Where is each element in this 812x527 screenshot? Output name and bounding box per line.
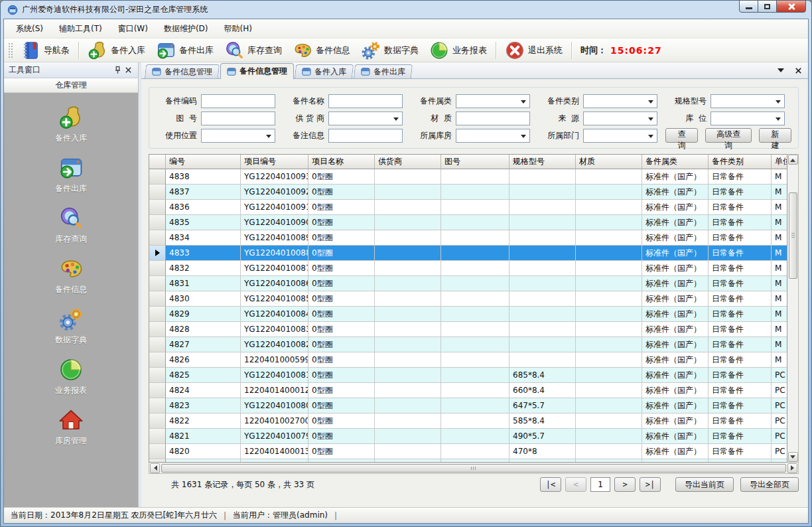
table-row[interactable]: 482012204014000130型圈470*8标准件（国产）日常备件PC <box>149 444 787 459</box>
drawing-no-input[interactable] <box>201 112 275 125</box>
table-row[interactable]: 4833YG122040100880型圈标准件（国产）日常备件M <box>149 246 787 261</box>
table-row[interactable]: 4838YG122040100930型圈标准件（国产）日常备件M <box>149 169 787 185</box>
sidebar-item-parts-out[interactable]: 备件出库 <box>4 150 138 200</box>
column-header[interactable]: 编号 <box>166 155 241 169</box>
table-row[interactable]: 4827YG122040100820型圈标准件（国产）日常备件M <box>149 337 787 352</box>
table-row[interactable]: 4830YG122040100850型圈标准件（国产）日常备件M <box>149 291 787 307</box>
location-select[interactable] <box>710 112 785 125</box>
row-selector[interactable] <box>149 185 166 200</box>
table-row[interactable]: 4837YG122040100920型圈标准件（国产）日常备件M <box>149 185 787 200</box>
toolbar-parts-out-button[interactable]: 备件出库 <box>151 40 219 61</box>
tool-window-close-icon[interactable] <box>123 65 133 76</box>
row-selector[interactable] <box>149 261 166 276</box>
table-row[interactable]: 4821YG122040100790型圈490*5.7标准件（国产）日常备件PC <box>149 429 787 444</box>
toolbar-parts-info-button[interactable]: 备件信息 <box>287 40 356 61</box>
column-header[interactable]: 规格型号 <box>509 155 576 169</box>
toolbar-navbar-button[interactable]: 导航条 <box>15 40 75 61</box>
tab-parts-info-mgmt-1[interactable]: 备件信息管理 <box>220 63 294 79</box>
maximize-button[interactable] <box>758 0 777 13</box>
toolbar-biz-report-button[interactable]: 业务报表 <box>424 40 492 61</box>
table-row[interactable]: 4835YG122040100900型圈标准件（国产）日常备件M <box>149 215 787 230</box>
column-header[interactable]: 材质 <box>576 155 642 169</box>
toolbar-exit-button[interactable]: 退出系统 <box>500 40 568 61</box>
column-header[interactable]: 供货商 <box>375 155 441 169</box>
use-position-select[interactable] <box>201 129 275 143</box>
column-header[interactable]: 项目编号 <box>241 155 308 169</box>
scroll-up-icon[interactable] <box>788 155 798 165</box>
tab-close-icon[interactable] <box>793 66 803 75</box>
row-selector[interactable] <box>149 368 166 383</box>
table-row[interactable]: 4831YG122040100860型圈标准件（国产）日常备件M <box>149 276 787 291</box>
menu-help[interactable]: 帮助(H) <box>216 20 260 38</box>
row-selector[interactable] <box>149 200 166 215</box>
toolbar-grip[interactable] <box>8 42 13 58</box>
department-select[interactable] <box>583 129 657 143</box>
page-number-input[interactable] <box>590 477 610 492</box>
table-row[interactable]: 4825YG122040100810型圈685*8.4标准件（国产）日常备件PC <box>149 368 787 383</box>
row-selector[interactable] <box>149 444 166 459</box>
first-page-button[interactable]: |< <box>540 477 561 492</box>
column-header[interactable]: 备件属类 <box>642 155 709 169</box>
column-header[interactable]: 单位 <box>772 155 787 169</box>
toolbar-parts-in-button[interactable]: 备件入库 <box>82 40 151 61</box>
sidebar-item-parts-info[interactable]: 备件信息 <box>4 251 138 301</box>
table-row[interactable]: 482212204010027000型圈585*8.4标准件（国产）日常备件PC <box>149 414 787 429</box>
table-row[interactable]: 482412204014000120型圈660*8.4标准件（国产）日常备件PC <box>149 383 787 398</box>
table-row[interactable]: 4836YG122040100910型圈标准件（国产）日常备件M <box>149 200 787 215</box>
export-current-page-button[interactable]: 导出当前页 <box>675 477 734 492</box>
prev-page-button[interactable]: < <box>565 477 586 492</box>
table-row-partial[interactable] <box>149 459 787 463</box>
sidebar-item-parts-in[interactable]: 备件入库 <box>4 100 138 150</box>
row-selector[interactable] <box>149 169 166 185</box>
last-page-button[interactable]: >| <box>640 477 661 492</box>
minimize-button[interactable] <box>739 0 758 13</box>
row-selector[interactable] <box>149 322 166 337</box>
table-row[interactable]: 482612204010005990型圈标准件（国产）日常备件M <box>149 352 787 368</box>
column-header[interactable]: 图号 <box>441 155 509 169</box>
toolbar-stock-query-button[interactable]: 库存查询 <box>219 40 287 61</box>
sidebar-item-data-dict[interactable]: 数据字典 <box>4 301 138 352</box>
warehouse-select[interactable] <box>456 129 530 143</box>
toolbar-data-dict-button[interactable]: 数据字典 <box>356 40 424 61</box>
column-header[interactable]: 项目名称 <box>308 155 375 169</box>
vertical-scroll-thumb[interactable] <box>789 192 797 279</box>
spec-model-select[interactable] <box>710 94 785 108</box>
export-all-pages-button[interactable]: 导出全部页 <box>740 477 799 492</box>
new-button[interactable]: 新建 <box>759 128 791 143</box>
table-row[interactable]: 4834YG122040100890型圈标准件（国产）日常备件M <box>149 230 787 246</box>
supplier-select[interactable] <box>328 112 403 125</box>
row-selector[interactable] <box>149 246 166 261</box>
source-select[interactable] <box>583 112 657 125</box>
query-button[interactable]: 查询 <box>665 128 698 143</box>
part-type-select[interactable] <box>583 94 657 108</box>
sidebar-item-warehouse-mgmt[interactable]: 库房管理 <box>4 402 138 453</box>
row-selector[interactable] <box>149 307 166 322</box>
row-selector[interactable] <box>149 230 166 246</box>
tab-parts-in[interactable]: 备件入库 <box>295 64 354 78</box>
part-code-input[interactable] <box>201 94 275 108</box>
row-selector[interactable] <box>149 276 166 291</box>
close-button[interactable] <box>776 0 806 13</box>
tab-list-dropdown-icon[interactable] <box>776 66 785 75</box>
sidebar-item-biz-report[interactable]: 业务报表 <box>4 352 138 402</box>
part-name-input[interactable] <box>328 94 403 108</box>
horizontal-scroll-thumb[interactable] <box>161 464 786 473</box>
next-page-button[interactable]: > <box>614 477 636 492</box>
vertical-scrollbar[interactable] <box>787 154 799 463</box>
column-header[interactable]: 备件类别 <box>709 155 772 169</box>
menu-aux-tools[interactable]: 辅助工具(T) <box>51 20 110 38</box>
part-class-select[interactable] <box>456 94 530 108</box>
tab-parts-info-mgmt-0[interactable]: 备件信息管理 <box>145 64 220 78</box>
row-selector[interactable] <box>149 383 166 398</box>
material-input[interactable] <box>456 112 530 125</box>
row-selector[interactable] <box>149 352 166 368</box>
menu-window[interactable]: 窗口(W) <box>110 20 156 38</box>
scroll-down-icon[interactable] <box>788 452 798 462</box>
row-selector[interactable] <box>149 429 166 444</box>
row-selector[interactable] <box>149 291 166 307</box>
row-selector[interactable] <box>149 337 166 352</box>
row-selector[interactable] <box>149 398 166 414</box>
table-row[interactable]: 4823YG122040100800型圈647*5.7标准件（国产）日常备件PC <box>149 398 787 414</box>
row-selector[interactable] <box>149 215 166 230</box>
sidebar-section-title[interactable]: 仓库管理 <box>4 78 138 93</box>
